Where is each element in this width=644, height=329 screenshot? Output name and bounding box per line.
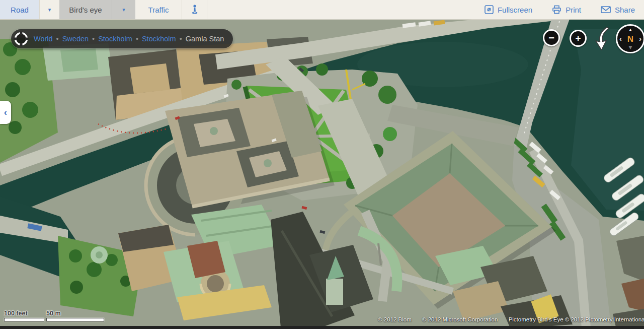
- breadcrumb-separator: •: [56, 35, 59, 43]
- minus-icon: −: [548, 32, 554, 44]
- print-label: Print: [566, 6, 581, 14]
- tab-traffic-label: Traffic: [148, 6, 169, 14]
- breadcrumb-sweden[interactable]: Sweden: [62, 35, 89, 43]
- window-bottom-edge: [0, 326, 644, 329]
- scale-metric-bar: [46, 318, 104, 321]
- sidebar-collapse-button[interactable]: ‹: [0, 101, 11, 124]
- share-button[interactable]: Share: [600, 5, 635, 14]
- breadcrumb-separator: •: [92, 35, 95, 43]
- scale-imperial-label: 100 feet: [4, 310, 44, 317]
- copyright-microsoft: © 2012 Microsoft Corporation: [422, 316, 498, 322]
- map-copyright: © 2012 Blom © 2012 Microsoft Corporation…: [369, 316, 644, 322]
- locate-crosshair-icon[interactable]: [13, 31, 29, 47]
- fullscreen-icon: [484, 5, 494, 15]
- scale-imperial: 100 feet: [4, 310, 44, 321]
- plus-icon: +: [575, 33, 581, 44]
- compass-north-label: N: [627, 35, 633, 43]
- fullscreen-label: Fullscreen: [498, 6, 532, 14]
- share-label: Share: [615, 6, 635, 14]
- breadcrumb-stockholm-city[interactable]: Stockholm: [142, 35, 176, 43]
- breadcrumb-world[interactable]: World: [34, 35, 53, 43]
- breadcrumb-stockholm-county[interactable]: Stockholm: [98, 35, 132, 43]
- zoom-in-button[interactable]: +: [570, 30, 587, 47]
- chevron-left-icon: ‹: [4, 107, 7, 118]
- breadcrumb-separator: •: [180, 35, 182, 43]
- breadcrumb-separator: •: [136, 35, 138, 43]
- compass-control[interactable]: ▲ N ▼ ‹ ›: [616, 24, 644, 53]
- scale-metric-label: 50 m: [46, 310, 104, 317]
- copyright-blom: © 2012 Blom: [378, 316, 412, 322]
- print-button[interactable]: Print: [551, 5, 581, 15]
- road-dropdown-button[interactable]: ▾: [39, 0, 59, 19]
- tab-traffic[interactable]: Traffic: [135, 0, 182, 19]
- tab-road-label: Road: [11, 6, 29, 14]
- scale-metric: 50 m: [46, 310, 104, 321]
- tab-road[interactable]: Road: [0, 0, 39, 19]
- copyright-pictometry: Pictometry Bird's Eye © 2012 Pictometry …: [509, 316, 644, 322]
- toolbar-actions: Fullscreen Print Share: [484, 0, 644, 19]
- birdseye-tab-group: Bird's eye ▾: [59, 0, 135, 19]
- streetside-person-icon: [190, 4, 200, 15]
- map-toolbar: Road ▾ Bird's eye ▾ Traffic Fullscreen: [0, 0, 644, 20]
- zoom-out-button[interactable]: −: [543, 29, 560, 46]
- envelope-icon: [600, 5, 611, 14]
- scale-imperial-bar: [4, 318, 44, 321]
- print-icon: [551, 5, 562, 15]
- tilt-view-arrow-icon[interactable]: [594, 26, 611, 51]
- chevron-down-icon: ▾: [122, 7, 125, 13]
- chevron-down-icon: ▾: [48, 7, 51, 13]
- aerial-imagery[interactable]: [0, 19, 644, 329]
- map-viewport[interactable]: World • Sweden • Stockholm • Stockholm •…: [0, 19, 644, 329]
- breadcrumb-current: Gamla Stan: [186, 35, 224, 43]
- streetside-button[interactable]: [182, 0, 207, 19]
- pan-down-icon[interactable]: ▼: [627, 44, 633, 50]
- pan-up-icon[interactable]: ▲: [628, 28, 633, 32]
- tab-birds-eye[interactable]: Bird's eye: [59, 0, 112, 19]
- birdseye-dropdown-button[interactable]: ▾: [112, 0, 135, 19]
- breadcrumb: World • Sweden • Stockholm • Stockholm •…: [11, 29, 233, 48]
- tab-birds-eye-label: Bird's eye: [69, 6, 102, 14]
- pan-right-icon[interactable]: ›: [639, 35, 641, 42]
- fullscreen-button[interactable]: Fullscreen: [484, 5, 532, 15]
- pan-left-icon[interactable]: ‹: [619, 35, 622, 42]
